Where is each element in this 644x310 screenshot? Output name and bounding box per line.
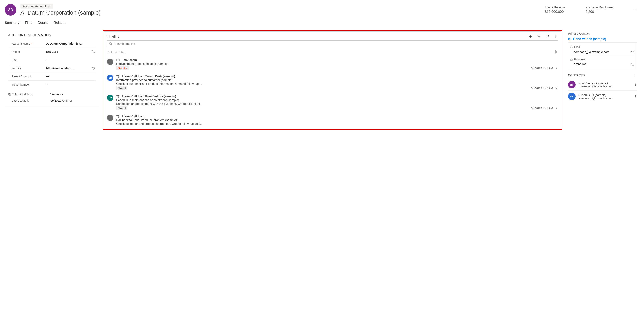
field-value: --- — [46, 83, 96, 86]
activity-time: 3/5/2019 9:49 AM — [531, 66, 553, 70]
field-account-name[interactable]: Account Name * A. Datum Corporation (sa.… — [8, 40, 96, 48]
contacts-more-button[interactable] — [634, 74, 637, 77]
contact-row[interactable]: RV Rene Valdes (sample) someone_i@exampl… — [568, 79, 637, 90]
expand-activity-button[interactable] — [555, 87, 558, 90]
contact-more-button[interactable] — [634, 95, 637, 98]
activity-description: Scheduled an appointment with the custom… — [116, 102, 558, 106]
field-value: --- — [46, 75, 96, 78]
field-parent-account[interactable]: Parent Account --- — [8, 72, 96, 80]
search-icon — [109, 42, 112, 46]
enter-note-input[interactable] — [108, 50, 554, 54]
field-last-updated: Last updated: 4/9/2021 7:43 AM — [8, 98, 96, 104]
required-indicator: * — [32, 42, 32, 45]
activity-subtitle: Replacement product shipped (sample) — [116, 62, 558, 66]
metric-annual-revenue: Annual Revenue $10,000.000 — [545, 6, 566, 14]
field-label: Email — [574, 46, 581, 48]
expand-activity-button[interactable] — [555, 107, 558, 110]
svg-point-10 — [556, 36, 556, 37]
field-label: Fax — [12, 58, 16, 62]
field-website[interactable]: Website http://www.adatum.... — [8, 64, 96, 72]
record-header: AD Account: Account A. Datum Corporation… — [5, 4, 639, 21]
tab-related[interactable]: Related — [54, 21, 66, 26]
tab-details[interactable]: Details — [38, 21, 48, 26]
svg-point-19 — [635, 74, 636, 74]
contact-row[interactable]: SB Susan Burk (sample) someone_l@example… — [568, 90, 637, 102]
svg-rect-18 — [570, 59, 572, 60]
timeline-search[interactable] — [107, 40, 558, 47]
timeline-activity[interactable]: SB Phone Call from Susan Burk (sample) I… — [107, 72, 558, 92]
activity-title: Email from — [122, 58, 137, 62]
tab-summary[interactable]: Summary — [5, 21, 20, 26]
field-label: Phone — [12, 50, 20, 54]
timeline-activity[interactable]: Phone Call from Call back to understand … — [107, 112, 558, 128]
svg-point-26 — [635, 96, 636, 96]
sort-button[interactable] — [546, 34, 550, 38]
field-value: 555-0108 — [574, 62, 586, 66]
expand-activity-button[interactable] — [555, 67, 558, 70]
section-title: CONTACTS — [568, 74, 585, 77]
phone-icon[interactable] — [630, 63, 634, 66]
contact-name: Rene Valdes (sample) — [578, 82, 631, 85]
contact-more-button[interactable] — [634, 83, 637, 86]
svg-point-3 — [9, 94, 9, 94]
field-ticker[interactable]: Ticker Symbol --- — [8, 80, 96, 88]
timeline-activity[interactable]: RV Phone Call from Rene Valdes (sample) … — [107, 92, 558, 112]
record-tabs: Summary Files Details Related — [5, 21, 639, 28]
field-value: someone_i@example.com — [574, 50, 610, 54]
field-label: Account Name — [12, 42, 30, 45]
activity-title: Phone Call from Rene Valdes (sample) — [122, 94, 176, 98]
entity-avatar: AD — [5, 4, 16, 16]
globe-icon[interactable] — [92, 66, 96, 70]
more-actions-button[interactable] — [554, 34, 558, 38]
phone-icon[interactable] — [92, 50, 96, 54]
business-value-row[interactable]: 555-0108 — [570, 62, 634, 68]
header-expand-button[interactable] — [633, 8, 637, 12]
svg-point-5 — [10, 94, 10, 94]
filter-button[interactable] — [537, 34, 541, 38]
contact-avatar: RV — [568, 81, 576, 88]
tab-files[interactable]: Files — [25, 21, 32, 26]
svg-point-24 — [635, 85, 636, 86]
field-label: Ticker Symbol — [12, 83, 30, 86]
add-activity-button[interactable] — [528, 34, 532, 38]
activity-badge: Overdue — [116, 66, 130, 70]
field-business-phone: Business — [570, 56, 634, 62]
primary-contact-link[interactable]: Rene Valdes (sample) — [568, 37, 637, 41]
entity-type-label: Account: Account — [23, 4, 46, 8]
field-email: Email — [570, 44, 634, 50]
activity-avatar — [107, 114, 114, 121]
activity-time: 3/5/2019 9:49 AM — [531, 106, 553, 110]
lock-icon — [570, 46, 572, 48]
field-value: http://www.adatum.... — [46, 66, 92, 70]
activity-subtitle: Call back to understand the problem (sam… — [116, 118, 558, 122]
timeline-search-input[interactable] — [114, 42, 556, 46]
entity-type-selector[interactable]: Account: Account — [20, 4, 53, 8]
svg-point-21 — [635, 76, 636, 76]
svg-point-11 — [556, 37, 556, 38]
email-icon — [116, 58, 120, 62]
svg-rect-16 — [570, 47, 572, 48]
timeline-activity[interactable]: Email from Replacement product shipped (… — [107, 56, 558, 72]
svg-rect-2 — [9, 94, 10, 94]
contact-email: someone_l@example.com — [578, 96, 631, 100]
email-icon[interactable] — [630, 50, 634, 54]
svg-point-20 — [635, 75, 636, 75]
calculator-icon — [8, 93, 11, 96]
email-value-row[interactable]: someone_i@example.com — [570, 50, 634, 56]
activity-badge: Closed — [116, 86, 128, 90]
attachment-icon[interactable] — [554, 50, 558, 54]
timeline-highlight-box: Timeline — [103, 30, 562, 130]
contact-name: Susan Burk (sample) — [578, 93, 631, 96]
chevron-down-icon — [48, 5, 50, 8]
lock-icon — [570, 58, 572, 61]
phone-icon — [116, 94, 120, 98]
field-phone[interactable]: Phone 555-0158 — [8, 48, 96, 56]
activity-subtitle: Schedule a maintenance appointment (samp… — [116, 98, 558, 102]
field-value: 0 minutes — [50, 92, 96, 96]
svg-point-25 — [635, 96, 636, 96]
field-label: Total Billed Time — [12, 92, 32, 96]
activity-avatar: RV — [107, 94, 114, 101]
field-fax[interactable]: Fax --- — [8, 56, 96, 64]
contacts-section: CONTACTS RV Rene Valdes (sample) someone… — [566, 74, 639, 102]
phone-icon — [116, 114, 120, 118]
